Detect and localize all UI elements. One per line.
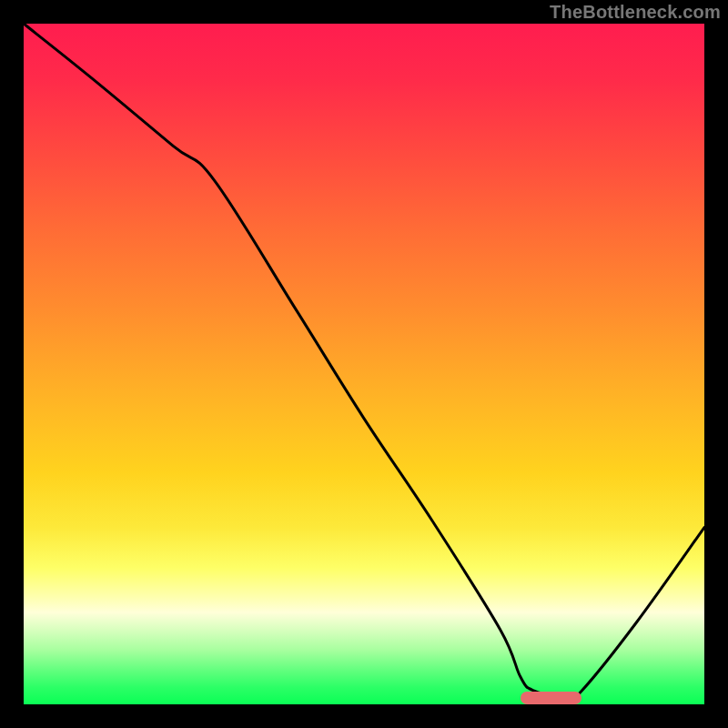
chart-frame: TheBottleneck.com (0, 0, 728, 728)
bottleneck-curve (0, 0, 728, 728)
minimum-marker (521, 692, 581, 704)
watermark-text: TheBottleneck.com (550, 2, 721, 23)
